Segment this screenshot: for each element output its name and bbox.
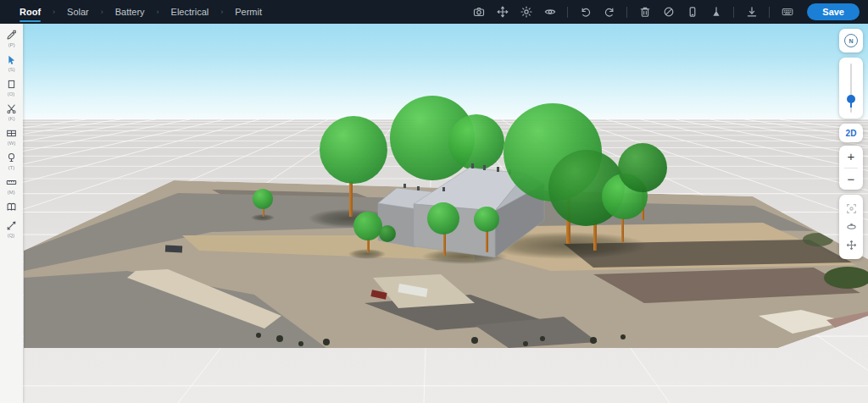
tool-shortcut: (P) [8, 42, 15, 47]
chevron-right-icon: › [157, 8, 159, 16]
tree[interactable] [618, 143, 667, 192]
tree[interactable] [427, 202, 459, 235]
tree-trunk[interactable] [349, 181, 353, 217]
tree-icon [6, 152, 17, 163]
divider [567, 7, 568, 18]
obstruction-tool[interactable]: (O) [6, 79, 17, 97]
panel-tool[interactable]: (W) [6, 128, 17, 146]
device-icon[interactable] [686, 6, 698, 19]
save-button[interactable]: Save [807, 3, 860, 20]
tool-rail: (P) (S) (O) (K) (W) (T) (M) [0, 24, 23, 403]
visibility-eye-icon[interactable] [543, 6, 556, 19]
zoom-out-button[interactable]: − [839, 168, 863, 190]
tree[interactable] [320, 116, 387, 184]
download-icon[interactable] [745, 6, 758, 19]
scissors-icon [6, 103, 17, 114]
pan-icon [846, 240, 857, 251]
design-canvas[interactable] [0, 24, 868, 403]
redo-icon[interactable] [603, 6, 615, 19]
tree[interactable] [448, 114, 504, 170]
divider [769, 7, 770, 18]
slope-tool[interactable]: (Q) [6, 220, 17, 238]
fit-view-button[interactable] [839, 203, 863, 214]
zoom-controls: + − [839, 146, 863, 190]
topbar-actions: Save [472, 3, 868, 20]
tree-shadow [422, 249, 507, 264]
draw-tool[interactable]: (P) [6, 30, 17, 47]
top-bar: Roof › Solar › Battery › Electrical › Pe… [0, 0, 868, 24]
select-tool[interactable]: (S) [6, 54, 17, 72]
tree-trunk[interactable] [443, 232, 446, 256]
slider-knob[interactable] [847, 95, 855, 103]
broom-icon[interactable] [709, 6, 722, 19]
tab-roof[interactable]: Roof [14, 0, 47, 24]
tab-battery[interactable]: Battery [109, 0, 151, 24]
camera-tilt-slider[interactable] [839, 58, 863, 119]
tool-shortcut: (O) [8, 91, 15, 97]
tool-shortcut: (Q) [8, 233, 15, 238]
tree-trunk[interactable] [486, 230, 488, 252]
ruler-icon [6, 177, 17, 188]
move-icon[interactable] [496, 6, 509, 19]
tool-shortcut: (T) [8, 165, 15, 170]
tool-shortcut: (M) [8, 190, 15, 195]
settings-gear-icon[interactable] [520, 6, 532, 19]
imagery-tool[interactable] [6, 202, 17, 213]
view-controls: N 2D + − [839, 24, 863, 403]
tree[interactable] [353, 212, 382, 240]
compass-north-icon: N [844, 34, 858, 47]
tool-shortcut: (W) [8, 141, 16, 146]
toggle-2d-button[interactable]: 2D [839, 124, 863, 142]
divider [733, 7, 734, 18]
tool-shortcut: (S) [8, 67, 15, 72]
tab-electrical[interactable]: Electrical [165, 0, 215, 24]
select-icon [6, 54, 17, 65]
tree[interactable] [379, 225, 396, 242]
camera-icon[interactable] [472, 6, 485, 19]
zoom-in-button[interactable]: + [839, 146, 863, 167]
compass-button[interactable]: N [839, 29, 863, 52]
trim-tool[interactable]: (K) [6, 103, 17, 121]
chevron-right-icon: › [220, 8, 223, 16]
draw-icon [6, 30, 17, 41]
obstruction-icon [6, 79, 17, 90]
shade-globe-icon[interactable] [662, 6, 675, 19]
keyboard-icon[interactable] [781, 6, 793, 19]
map-book-icon [6, 202, 17, 213]
tab-solar[interactable]: Solar [61, 0, 95, 24]
slope-icon [6, 220, 17, 231]
orbit-button[interactable] [839, 221, 863, 232]
tree-tool[interactable]: (T) [6, 152, 17, 170]
divider [626, 7, 627, 18]
measure-tool[interactable]: (M) [6, 177, 17, 195]
tree[interactable] [474, 207, 499, 232]
tool-shortcut: (K) [8, 116, 15, 121]
chevron-right-icon: › [53, 8, 55, 16]
undo-icon[interactable] [579, 6, 592, 19]
fit-view-icon [846, 203, 857, 214]
trash-icon[interactable] [638, 6, 651, 19]
pan-button[interactable] [839, 240, 863, 251]
camera-tools [839, 195, 863, 259]
chevron-right-icon: › [101, 8, 103, 16]
panel-icon [6, 128, 17, 139]
tab-permit[interactable]: Permit [229, 0, 268, 24]
orbit-icon [846, 221, 857, 232]
tree[interactable] [253, 189, 273, 209]
workflow-tabs: Roof › Solar › Battery › Electrical › Pe… [0, 0, 268, 24]
